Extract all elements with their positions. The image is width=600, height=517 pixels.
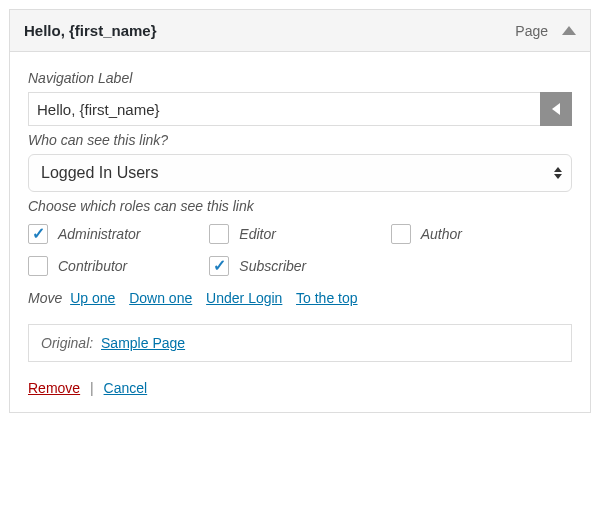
- role-checkbox[interactable]: [209, 256, 229, 276]
- separator: |: [90, 380, 94, 396]
- back-button[interactable]: [540, 92, 572, 126]
- move-up-one[interactable]: Up one: [70, 290, 115, 306]
- role-administrator[interactable]: Administrator: [28, 224, 209, 244]
- actions-row: Remove | Cancel: [28, 380, 572, 396]
- move-under-login[interactable]: Under Login: [206, 290, 282, 306]
- menu-item-title: Hello, {first_name}: [24, 22, 157, 39]
- menu-item-type: Page: [515, 23, 548, 39]
- menu-item-header[interactable]: Hello, {first_name} Page: [10, 10, 590, 52]
- move-to-top[interactable]: To the top: [296, 290, 358, 306]
- visibility-select[interactable]: Logged In Users: [28, 154, 572, 192]
- move-label: Move: [28, 290, 62, 306]
- cancel-link[interactable]: Cancel: [104, 380, 148, 396]
- role-checkbox[interactable]: [28, 256, 48, 276]
- move-down-one[interactable]: Down one: [129, 290, 192, 306]
- role-checkbox[interactable]: [209, 224, 229, 244]
- original-link[interactable]: Sample Page: [101, 335, 185, 351]
- remove-link[interactable]: Remove: [28, 380, 80, 396]
- role-editor[interactable]: Editor: [209, 224, 390, 244]
- role-label: Subscriber: [239, 258, 306, 274]
- original-label: Original:: [41, 335, 93, 351]
- role-label: Contributor: [58, 258, 127, 274]
- select-arrows-icon: [554, 167, 562, 179]
- role-label: Editor: [239, 226, 276, 242]
- menu-item-panel: Hello, {first_name} Page Navigation Labe…: [9, 9, 591, 413]
- role-checkbox[interactable]: [28, 224, 48, 244]
- roles-grid: Administrator Editor Author Contributor …: [28, 224, 572, 276]
- roles-label: Choose which roles can see this link: [28, 198, 572, 214]
- visibility-selected: Logged In Users: [41, 164, 158, 182]
- collapse-icon[interactable]: [562, 26, 576, 35]
- visibility-label: Who can see this link?: [28, 132, 572, 148]
- original-box: Original: Sample Page: [28, 324, 572, 362]
- move-row: Move Up one Down one Under Login To the …: [28, 290, 572, 306]
- role-subscriber[interactable]: Subscriber: [209, 256, 390, 276]
- role-checkbox[interactable]: [391, 224, 411, 244]
- role-label: Author: [421, 226, 462, 242]
- nav-label-input[interactable]: [28, 92, 541, 126]
- role-author[interactable]: Author: [391, 224, 572, 244]
- nav-label-title: Navigation Label: [28, 70, 572, 86]
- role-contributor[interactable]: Contributor: [28, 256, 209, 276]
- role-label: Administrator: [58, 226, 140, 242]
- triangle-left-icon: [552, 103, 560, 115]
